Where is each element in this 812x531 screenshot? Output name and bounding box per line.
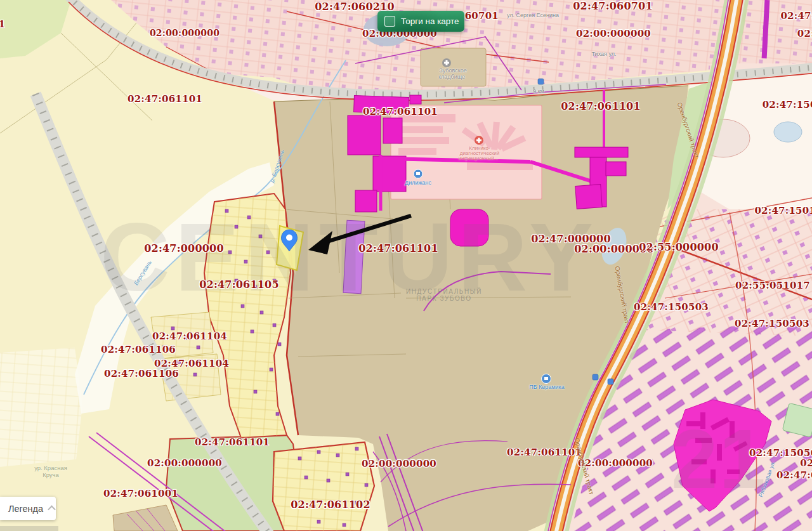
auctions-button-label: Торги на карте [401, 16, 459, 26]
cadastral-map-page: { "controls": { "auction_toggle": { "lab… [0, 0, 812, 531]
legend-label: Легенда [8, 504, 43, 514]
map-canvas[interactable] [0, 0, 812, 531]
auctions-checkbox[interactable] [384, 16, 395, 27]
hospital-complex [391, 105, 542, 199]
cemetery-block [421, 48, 486, 86]
bottom-edge-strip [0, 526, 58, 531]
chevron-up-icon [48, 506, 56, 514]
legend-panel[interactable]: Легенда [0, 497, 56, 520]
auctions-on-map-button[interactable]: Торги на карте [377, 11, 464, 32]
